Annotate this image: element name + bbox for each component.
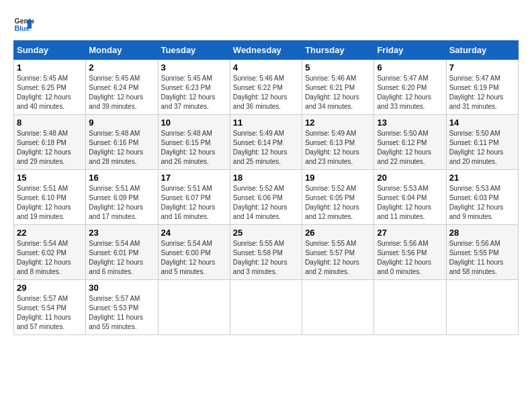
calendar-cell: 4 Sunrise: 5:46 AM Sunset: 6:22 PM Dayli… (230, 60, 302, 115)
logo: General Blue (13, 13, 34, 34)
day-detail: Sunrise: 5:46 AM Sunset: 6:21 PM Dayligh… (305, 74, 371, 111)
calendar-cell: 8 Sunrise: 5:48 AM Sunset: 6:18 PM Dayli… (14, 115, 86, 170)
day-number: 17 (161, 173, 227, 183)
day-detail: Sunrise: 5:50 AM Sunset: 6:11 PM Dayligh… (449, 129, 515, 167)
calendar-cell: 19 Sunrise: 5:52 AM Sunset: 6:05 PM Dayl… (302, 170, 374, 225)
day-detail: Sunrise: 5:55 AM Sunset: 5:57 PM Dayligh… (305, 239, 371, 277)
day-detail: Sunrise: 5:49 AM Sunset: 6:14 PM Dayligh… (233, 129, 299, 167)
weekday-header-tuesday: Tuesday (158, 41, 230, 60)
day-detail: Sunrise: 5:57 AM Sunset: 5:54 PM Dayligh… (17, 294, 83, 332)
svg-text:Blue: Blue (15, 24, 30, 32)
day-number: 18 (233, 173, 299, 183)
day-detail: Sunrise: 5:54 AM Sunset: 6:01 PM Dayligh… (89, 239, 154, 277)
day-number: 29 (17, 283, 83, 293)
day-number: 16 (89, 173, 154, 183)
calendar-cell (302, 280, 374, 335)
weekday-header-sunday: Sunday (14, 41, 86, 60)
calendar-cell: 10 Sunrise: 5:48 AM Sunset: 6:15 PM Dayl… (158, 115, 230, 170)
weekday-header-row: SundayMondayTuesdayWednesdayThursdayFrid… (14, 41, 519, 60)
calendar-cell: 22 Sunrise: 5:54 AM Sunset: 6:02 PM Dayl… (14, 225, 86, 280)
day-detail: Sunrise: 5:51 AM Sunset: 6:07 PM Dayligh… (161, 184, 227, 222)
day-detail: Sunrise: 5:45 AM Sunset: 6:24 PM Dayligh… (89, 74, 154, 111)
day-number: 12 (305, 118, 371, 128)
day-number: 20 (377, 173, 443, 183)
day-number: 7 (449, 62, 515, 73)
calendar-week-2: 8 Sunrise: 5:48 AM Sunset: 6:18 PM Dayli… (14, 115, 519, 170)
day-detail: Sunrise: 5:52 AM Sunset: 6:05 PM Dayligh… (305, 184, 371, 222)
calendar-cell (230, 280, 302, 335)
day-detail: Sunrise: 5:46 AM Sunset: 6:22 PM Dayligh… (233, 74, 299, 111)
calendar-cell: 29 Sunrise: 5:57 AM Sunset: 5:54 PM Dayl… (14, 280, 86, 335)
calendar-cell: 6 Sunrise: 5:47 AM Sunset: 6:20 PM Dayli… (374, 60, 446, 115)
day-number: 27 (377, 228, 443, 238)
day-number: 24 (161, 228, 227, 238)
calendar-cell: 9 Sunrise: 5:48 AM Sunset: 6:16 PM Dayli… (86, 115, 158, 170)
day-detail: Sunrise: 5:51 AM Sunset: 6:10 PM Dayligh… (17, 184, 83, 222)
calendar-cell: 26 Sunrise: 5:55 AM Sunset: 5:57 PM Dayl… (302, 225, 374, 280)
day-detail: Sunrise: 5:47 AM Sunset: 6:20 PM Dayligh… (377, 74, 443, 111)
weekday-header-saturday: Saturday (446, 41, 518, 60)
calendar-cell: 16 Sunrise: 5:51 AM Sunset: 6:09 PM Dayl… (86, 170, 158, 225)
day-detail: Sunrise: 5:48 AM Sunset: 6:16 PM Dayligh… (89, 129, 154, 167)
calendar-table: SundayMondayTuesdayWednesdayThursdayFrid… (13, 40, 519, 335)
day-detail: Sunrise: 5:57 AM Sunset: 5:53 PM Dayligh… (89, 294, 154, 332)
day-number: 15 (17, 173, 83, 183)
calendar-cell: 2 Sunrise: 5:45 AM Sunset: 6:24 PM Dayli… (86, 60, 158, 115)
day-number: 14 (449, 118, 515, 128)
calendar-cell: 15 Sunrise: 5:51 AM Sunset: 6:10 PM Dayl… (14, 170, 86, 225)
calendar-cell: 13 Sunrise: 5:50 AM Sunset: 6:12 PM Dayl… (374, 115, 446, 170)
day-number: 19 (305, 173, 371, 183)
day-detail: Sunrise: 5:53 AM Sunset: 6:04 PM Dayligh… (377, 184, 443, 222)
calendar-cell: 21 Sunrise: 5:53 AM Sunset: 6:03 PM Dayl… (446, 170, 518, 225)
day-detail: Sunrise: 5:51 AM Sunset: 6:09 PM Dayligh… (89, 184, 154, 222)
day-number: 3 (161, 62, 227, 73)
weekday-header-monday: Monday (86, 41, 158, 60)
day-number: 5 (305, 62, 371, 73)
calendar-week-1: 1 Sunrise: 5:45 AM Sunset: 6:25 PM Dayli… (14, 60, 519, 115)
calendar-cell: 11 Sunrise: 5:49 AM Sunset: 6:14 PM Dayl… (230, 115, 302, 170)
day-detail: Sunrise: 5:54 AM Sunset: 6:00 PM Dayligh… (161, 239, 227, 277)
day-detail: Sunrise: 5:48 AM Sunset: 6:18 PM Dayligh… (17, 129, 83, 167)
day-detail: Sunrise: 5:55 AM Sunset: 5:58 PM Dayligh… (233, 239, 299, 277)
day-detail: Sunrise: 5:56 AM Sunset: 5:55 PM Dayligh… (449, 239, 515, 277)
calendar-cell: 5 Sunrise: 5:46 AM Sunset: 6:21 PM Dayli… (302, 60, 374, 115)
calendar-week-3: 15 Sunrise: 5:51 AM Sunset: 6:10 PM Dayl… (14, 170, 519, 225)
calendar-cell (158, 280, 230, 335)
day-number: 8 (17, 118, 83, 128)
day-number: 10 (161, 118, 227, 128)
day-number: 13 (377, 118, 443, 128)
calendar-cell (374, 280, 446, 335)
weekday-header-thursday: Thursday (302, 41, 374, 60)
calendar-cell: 7 Sunrise: 5:47 AM Sunset: 6:19 PM Dayli… (446, 60, 518, 115)
day-number: 11 (233, 118, 299, 128)
calendar-cell: 12 Sunrise: 5:49 AM Sunset: 6:13 PM Dayl… (302, 115, 374, 170)
day-number: 4 (233, 62, 299, 73)
calendar-cell: 18 Sunrise: 5:52 AM Sunset: 6:06 PM Dayl… (230, 170, 302, 225)
day-detail: Sunrise: 5:45 AM Sunset: 6:23 PM Dayligh… (161, 74, 227, 111)
day-number: 22 (17, 228, 83, 238)
calendar-cell: 25 Sunrise: 5:55 AM Sunset: 5:58 PM Dayl… (230, 225, 302, 280)
calendar-cell: 20 Sunrise: 5:53 AM Sunset: 6:04 PM Dayl… (374, 170, 446, 225)
day-detail: Sunrise: 5:45 AM Sunset: 6:25 PM Dayligh… (17, 74, 83, 111)
weekday-header-wednesday: Wednesday (230, 41, 302, 60)
day-detail: Sunrise: 5:52 AM Sunset: 6:06 PM Dayligh… (233, 184, 299, 222)
calendar-cell: 1 Sunrise: 5:45 AM Sunset: 6:25 PM Dayli… (14, 60, 86, 115)
header: General Blue (13, 13, 519, 34)
day-detail: Sunrise: 5:54 AM Sunset: 6:02 PM Dayligh… (17, 239, 83, 277)
day-detail: Sunrise: 5:48 AM Sunset: 6:15 PM Dayligh… (161, 129, 227, 167)
calendar-cell (446, 280, 518, 335)
calendar-cell: 3 Sunrise: 5:45 AM Sunset: 6:23 PM Dayli… (158, 60, 230, 115)
day-detail: Sunrise: 5:47 AM Sunset: 6:19 PM Dayligh… (449, 74, 515, 111)
day-number: 28 (449, 228, 515, 238)
day-detail: Sunrise: 5:49 AM Sunset: 6:13 PM Dayligh… (305, 129, 371, 167)
calendar-week-5: 29 Sunrise: 5:57 AM Sunset: 5:54 PM Dayl… (14, 280, 519, 335)
day-number: 6 (377, 62, 443, 73)
weekday-header-friday: Friday (374, 41, 446, 60)
calendar-cell: 28 Sunrise: 5:56 AM Sunset: 5:55 PM Dayl… (446, 225, 518, 280)
calendar-cell: 27 Sunrise: 5:56 AM Sunset: 5:56 PM Dayl… (374, 225, 446, 280)
day-number: 23 (89, 228, 154, 238)
day-number: 30 (89, 283, 154, 293)
day-detail: Sunrise: 5:56 AM Sunset: 5:56 PM Dayligh… (377, 239, 443, 277)
day-number: 9 (89, 118, 154, 128)
day-number: 21 (449, 173, 515, 183)
